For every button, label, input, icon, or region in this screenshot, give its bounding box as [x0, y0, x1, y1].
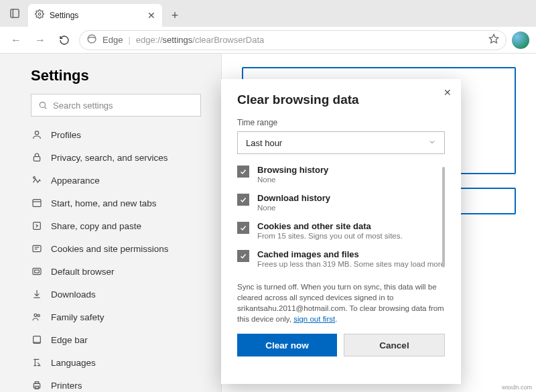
- refresh-button[interactable]: [55, 31, 74, 50]
- sign-out-first-link[interactable]: sign out first: [293, 315, 335, 323]
- url-scheme: edge://: [136, 35, 163, 45]
- close-tab-icon[interactable]: ✕: [147, 10, 155, 21]
- svg-rect-24: [35, 382, 38, 384]
- dialog-title: Clear browsing data: [237, 92, 445, 107]
- check-title: Cookies and other site data: [257, 221, 403, 231]
- browser-toolbar: ← → Edge | edge://settings/clearBrowserD…: [0, 27, 536, 54]
- back-button: ←: [7, 31, 25, 50]
- check-subtitle: None: [257, 204, 330, 212]
- checkbox[interactable]: [237, 166, 249, 178]
- clear-now-button[interactable]: Clear now: [237, 334, 337, 356]
- checkbox[interactable]: [237, 194, 249, 206]
- browser-tab[interactable]: Settings ✕: [28, 4, 162, 27]
- svg-point-5: [40, 102, 45, 107]
- page-title: Settings: [31, 67, 201, 84]
- url-path: /clearBrowserData: [192, 35, 264, 45]
- svg-point-19: [34, 314, 37, 316]
- sidebar-item[interactable]: Languages: [31, 351, 201, 374]
- sidebar-item-icon: [31, 152, 43, 163]
- dialog-scrollbar[interactable]: [442, 167, 445, 267]
- sidebar-item-label: Profiles: [51, 130, 81, 140]
- sidebar-item[interactable]: Downloads: [31, 283, 201, 306]
- search-icon: [38, 101, 48, 110]
- time-range-label: Time range: [237, 118, 445, 127]
- data-type-row: Browsing historyNone: [237, 165, 445, 184]
- sidebar-item-icon: [31, 220, 43, 231]
- profile-avatar[interactable]: [512, 31, 529, 49]
- window-titlebar: Settings ✕ +: [0, 0, 536, 27]
- data-type-list: Browsing historyNoneDownload historyNone…: [237, 165, 445, 277]
- svg-rect-17: [35, 270, 40, 273]
- search-placeholder: Search settings: [53, 101, 113, 111]
- sidebar-item-icon: [31, 312, 43, 322]
- sync-note: Sync is turned off. When you turn on syn…: [237, 281, 445, 324]
- sidebar-item-icon: [31, 243, 43, 254]
- svg-marker-4: [489, 34, 498, 43]
- gear-icon: [35, 9, 44, 21]
- address-bar[interactable]: Edge | edge://settings/clearBrowserData: [79, 30, 507, 50]
- cancel-button[interactable]: Cancel: [344, 334, 445, 356]
- svg-rect-25: [35, 386, 38, 389]
- sidebar-item[interactable]: Default browser: [31, 260, 201, 283]
- svg-rect-12: [34, 222, 41, 230]
- sidebar-item-label: Downloads: [51, 289, 96, 300]
- sidebar-item[interactable]: Edge bar: [31, 328, 201, 351]
- sidebar-item-icon: [31, 334, 43, 345]
- sidebar-item[interactable]: Family safety: [31, 306, 201, 328]
- address-product: Edge: [103, 35, 123, 45]
- sidebar-item[interactable]: Printers: [31, 374, 201, 392]
- settings-sidebar: Settings Search settings ProfilesPrivacy…: [0, 54, 221, 392]
- search-settings-input[interactable]: Search settings: [31, 94, 201, 117]
- check-title: Browsing history: [257, 165, 328, 175]
- sidebar-item-label: Privacy, search, and services: [51, 153, 168, 163]
- data-type-row: Cookies and other site dataFrom 15 sites…: [237, 221, 445, 240]
- check-subtitle: None: [257, 176, 328, 184]
- sidebar-item[interactable]: Privacy, search, and services: [31, 146, 201, 169]
- data-type-row: Download historyNone: [237, 193, 445, 212]
- checkbox[interactable]: [237, 250, 249, 262]
- sidebar-item-label: Printers: [51, 381, 82, 391]
- svg-rect-8: [34, 157, 40, 161]
- new-tab-button[interactable]: +: [165, 5, 185, 25]
- svg-point-20: [38, 314, 40, 316]
- svg-point-9: [34, 177, 36, 179]
- sidebar-item-label: Cookies and site permissions: [51, 244, 169, 254]
- sidebar-item-label: Start, home, and new tabs: [51, 198, 157, 208]
- svg-point-2: [38, 13, 41, 15]
- svg-point-3: [88, 35, 96, 43]
- check-title: Download history: [257, 193, 330, 203]
- svg-rect-0: [11, 9, 19, 17]
- address-divider: |: [128, 35, 130, 45]
- sidebar-item-icon: [31, 129, 43, 140]
- svg-line-6: [45, 107, 47, 109]
- tab-title: Settings: [50, 11, 142, 20]
- sidebar-item-label: Default browser: [51, 267, 115, 277]
- data-type-row: Cached images and filesFrees up less tha…: [237, 249, 445, 268]
- favorite-icon[interactable]: [488, 34, 499, 46]
- sidebar-item-label: Family safety: [51, 312, 105, 322]
- tab-actions-icon[interactable]: [5, 4, 24, 23]
- sidebar-item[interactable]: Cookies and site permissions: [31, 237, 201, 260]
- sidebar-item[interactable]: Profiles: [31, 123, 201, 146]
- close-dialog-button[interactable]: ✕: [444, 87, 452, 98]
- svg-rect-13: [33, 245, 41, 251]
- sidebar-item-icon: [31, 289, 43, 300]
- sidebar-item[interactable]: Appearance: [31, 169, 201, 192]
- sidebar-item-label: Edge bar: [51, 335, 88, 345]
- sidebar-item-label: Languages: [51, 358, 96, 368]
- time-range-select[interactable]: Last hour: [237, 131, 445, 154]
- clear-browsing-data-dialog: ✕ Clear browsing data Time range Last ho…: [221, 79, 461, 384]
- sidebar-item-icon: [31, 175, 43, 186]
- svg-point-7: [35, 131, 38, 135]
- checkbox[interactable]: [237, 222, 249, 234]
- sidebar-item[interactable]: Share, copy and paste: [31, 214, 201, 237]
- sidebar-item-icon: [31, 357, 43, 368]
- sidebar-item[interactable]: Start, home, and new tabs: [31, 192, 201, 214]
- url-host: settings: [163, 35, 193, 45]
- sidebar-item-label: Appearance: [51, 176, 100, 186]
- watermark: wsxdn.com: [502, 384, 532, 391]
- chevron-down-icon: [428, 138, 436, 148]
- edge-logo-icon: [86, 34, 97, 46]
- check-title: Cached images and files: [257, 249, 445, 259]
- forward-button: →: [31, 31, 50, 50]
